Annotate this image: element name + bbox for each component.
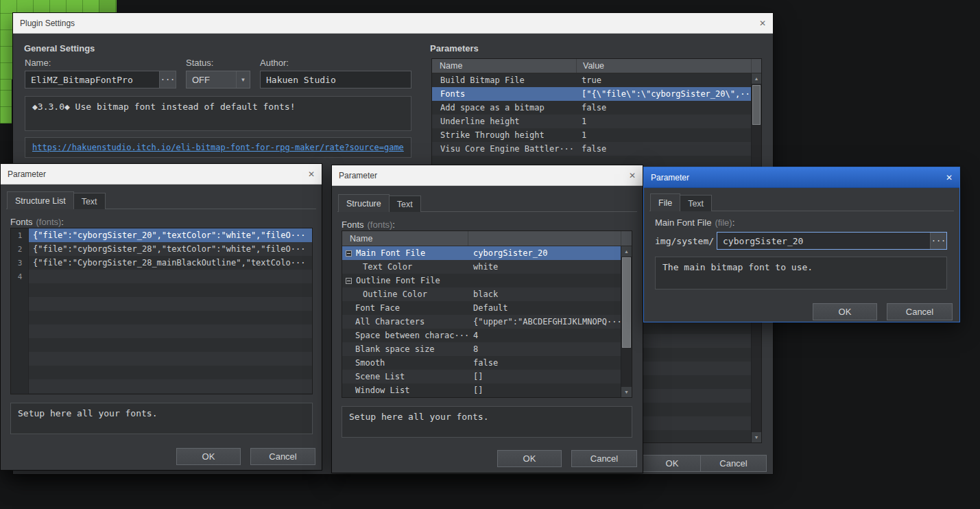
plugin-name-field[interactable]: EliMZ_BitmapFontPro ··· — [25, 71, 176, 88]
scrollbar-thumb[interactable] — [622, 257, 631, 348]
vertical-scrollbar[interactable]: ▲ ▼ — [621, 246, 632, 397]
table-row-selected[interactable]: Fonts ["{\"file\":\"cyborgSister_20\",··… — [432, 87, 751, 101]
tab-label: Text — [397, 200, 413, 209]
table-row[interactable]: Strike Through height 1 — [432, 128, 751, 142]
table-row[interactable]: Font Face Default — [342, 301, 621, 315]
tab-structure-list[interactable]: Structure List — [7, 191, 74, 209]
tab-label: Structure — [346, 199, 381, 209]
table-row[interactable]: Outline Font File — [342, 274, 621, 287]
window-title: Plugin Settings — [20, 19, 75, 28]
scroll-down-icon[interactable]: ▼ — [752, 432, 761, 442]
column-header-value[interactable] — [468, 231, 621, 246]
table-row[interactable]: Underline height 1 — [432, 115, 751, 128]
param-name: Build Bitmap File — [432, 73, 576, 87]
titlebar[interactable]: Plugin Settings ✕ — [13, 13, 773, 34]
table-row[interactable]: Smooth false — [342, 356, 621, 370]
list-item[interactable]: 3 {"file":"CyborgSister_28_mainBlackOutl… — [11, 256, 312, 270]
tab-text[interactable]: Text — [389, 196, 421, 212]
param-name: Main Font File — [356, 248, 425, 258]
font-file-input[interactable]: cyborgSister_20 ··· — [717, 232, 947, 250]
table-header: Name — [342, 231, 632, 246]
scroll-up-icon[interactable]: ▲ — [752, 73, 761, 84]
list-item[interactable]: 2 {"file":"cyborgSister_28","textColor":… — [11, 242, 312, 256]
table-row[interactable]: Blank space size 8 — [342, 342, 621, 356]
line-number: 1 — [11, 228, 29, 242]
tab-file[interactable]: File — [650, 193, 680, 211]
header-corner — [751, 59, 761, 73]
header-corner — [621, 231, 632, 246]
cancel-button[interactable]: Cancel — [250, 448, 315, 465]
table-row[interactable]: Window List [] — [342, 383, 621, 397]
table-row[interactable]: All Characters {"upper":"ABCDEFGHIJKLMNO… — [342, 315, 621, 329]
tab-label: Text — [82, 197, 97, 206]
desktop: Plugin Settings ✕ General Settings Name:… — [0, 0, 980, 509]
close-icon[interactable]: ✕ — [752, 19, 766, 28]
param-value: false — [576, 103, 751, 113]
column-header-name[interactable]: Name — [432, 59, 576, 73]
table-row[interactable]: Space between charac··· 4 — [342, 329, 621, 342]
fonts-field-label: Fonts(fonts): — [342, 220, 395, 230]
label-colon: : — [732, 217, 735, 228]
plugin-name-value: EliMZ_BitmapFontPro — [25, 75, 159, 85]
param-name: Window List — [342, 383, 468, 397]
list-item[interactable]: 1 {"file":"cyborgSister_20","textColor":… — [11, 228, 312, 242]
table-row[interactable]: Scene List [] — [342, 370, 621, 383]
titlebar[interactable]: Parameter ✕ — [644, 167, 959, 188]
collapse-icon[interactable] — [346, 278, 352, 284]
scroll-up-icon[interactable]: ▲ — [621, 246, 632, 257]
close-icon[interactable]: ✕ — [622, 171, 636, 180]
table-row[interactable]: Text Color white — [342, 260, 621, 274]
close-icon[interactable]: ✕ — [301, 169, 315, 179]
label-hint: (file) — [715, 217, 732, 228]
fonts-list: 1 {"file":"cyborgSister_20","textColor":… — [10, 228, 313, 394]
browse-button[interactable]: ··· — [930, 233, 946, 249]
scrollbar-thumb[interactable] — [752, 85, 761, 125]
label-text: Fonts — [342, 220, 364, 230]
collapse-icon[interactable] — [346, 250, 352, 257]
scroll-down-icon[interactable]: ▼ — [621, 387, 632, 397]
close-icon[interactable]: ✕ — [939, 173, 953, 182]
tab-label: File — [658, 198, 672, 208]
ok-button[interactable]: OK — [813, 303, 877, 320]
plugin-rate-link[interactable]: https://hakuenstudio.itch.io/eli-bitmap-… — [32, 143, 404, 152]
table-rows: Build Bitmap File true Fonts ["{\"file\"… — [432, 73, 751, 156]
tab-structure[interactable]: Structure — [338, 194, 390, 212]
ok-button[interactable]: OK — [497, 450, 562, 467]
status-dropdown[interactable]: OFF ▼ — [186, 71, 250, 88]
param-name: Font Face — [342, 301, 468, 315]
author-value: Hakuen Studio — [261, 75, 411, 85]
table-row[interactable]: Visu Core Engine Battler··· false — [432, 142, 751, 156]
cancel-button[interactable]: Cancel — [700, 455, 767, 472]
param-name: Outline Color — [342, 287, 468, 301]
line-number: 4 — [11, 270, 29, 283]
table-rows: Main Font File cyborgSister_20 Text Colo… — [342, 246, 621, 397]
param-name: Add space as a bitmap — [432, 101, 576, 115]
label-colon: : — [392, 220, 395, 230]
cancel-button[interactable]: Cancel — [887, 303, 953, 320]
list-item[interactable]: 4 — [11, 270, 312, 283]
ok-button[interactable]: OK — [640, 455, 704, 472]
param-value: black — [468, 289, 621, 299]
table-header: Name Value — [432, 59, 761, 73]
parameters-heading: Parameters — [430, 43, 479, 54]
tab-text[interactable]: Text — [73, 193, 106, 209]
titlebar[interactable]: Parameter ✕ — [1, 164, 322, 185]
tab-text[interactable]: Text — [680, 195, 712, 211]
ok-button[interactable]: OK — [176, 448, 241, 465]
name-label: Name: — [25, 58, 51, 68]
titlebar[interactable]: Parameter ✕ — [332, 165, 643, 186]
label-text: Fonts — [10, 217, 33, 227]
table-row[interactable]: Outline Color black — [342, 287, 621, 301]
author-field[interactable]: Hakuen Studio — [260, 71, 411, 88]
column-header-name[interactable]: Name — [342, 231, 468, 246]
table-row[interactable]: Build Bitmap File true — [432, 73, 751, 87]
list-item-text: {"file":"cyborgSister_20","textColor":"w… — [29, 228, 312, 242]
cancel-button[interactable]: Cancel — [571, 450, 637, 467]
table-row[interactable]: Add space as a bitmap false — [432, 101, 751, 115]
param-value: [] — [468, 372, 621, 381]
window-title: Parameter — [8, 169, 46, 179]
browse-button[interactable]: ··· — [159, 71, 176, 88]
table-row-selected[interactable]: Main Font File cyborgSister_20 — [342, 246, 621, 260]
param-name: Visu Core Engine Battler··· — [432, 142, 576, 156]
column-header-value[interactable]: Value — [576, 59, 751, 73]
